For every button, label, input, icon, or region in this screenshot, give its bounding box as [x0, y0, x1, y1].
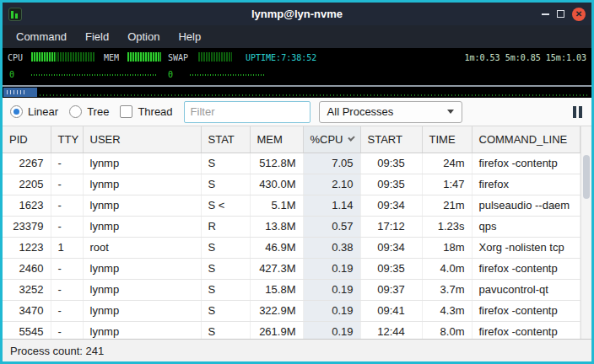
- time-cell: 8.0m: [422, 321, 472, 339]
- process-filter-select[interactable]: All Processes: [319, 101, 462, 123]
- menu-help[interactable]: Help: [169, 26, 210, 47]
- pid-cell: 2205: [3, 174, 51, 195]
- user-cell: lynmp: [83, 321, 201, 339]
- mem-cell: 261.9M: [250, 321, 303, 339]
- pid-cell: 2267: [3, 153, 51, 174]
- tty-cell: -: [51, 321, 83, 339]
- cpu-cell: 7.05: [303, 153, 360, 174]
- thread-checkbox-label: Thread: [138, 105, 172, 118]
- tty-cell: -: [51, 195, 83, 216]
- header-cpu-label: %CPU: [310, 133, 343, 146]
- table-row[interactable]: 2205-lynmpS430.0M2.1009:351:47firefox: [3, 174, 580, 195]
- mem-cell: 322.9M: [250, 300, 303, 321]
- menu-bar: Command Field Option Help: [3, 25, 591, 48]
- thread-checkbox[interactable]: [120, 105, 132, 118]
- tty-cell: -: [51, 300, 83, 321]
- pid-cell: 5545: [3, 321, 51, 339]
- cpu-cell: 0.19: [303, 300, 360, 321]
- menu-command[interactable]: Command: [7, 26, 76, 47]
- vertical-scrollbar[interactable]: [580, 126, 591, 339]
- start-cell: 09:35: [360, 174, 422, 195]
- load-average-text: 1m:0.53 5m:0.85 15m:1.03: [465, 53, 587, 62]
- cpu-cell: 1.14: [303, 195, 360, 216]
- header-time[interactable]: TIME: [422, 126, 472, 153]
- table-row[interactable]: 23379-lynmpR13.8M0.5717:121.23sqps: [3, 216, 580, 237]
- pid-cell: 3470: [3, 300, 51, 321]
- start-cell: 12:44: [360, 321, 422, 339]
- pause-icon: [579, 106, 582, 118]
- tree-radio[interactable]: [69, 105, 82, 118]
- mem-cell: 512.8M: [250, 153, 303, 174]
- app-icon: [8, 8, 22, 21]
- stat-cell: S: [201, 300, 250, 321]
- linear-radio-group[interactable]: Linear: [10, 105, 58, 118]
- pid-cell: 1623: [3, 195, 51, 216]
- tty-cell: -: [51, 216, 83, 237]
- user-cell: lynmp: [83, 258, 201, 279]
- close-icon[interactable]: ✕: [572, 8, 586, 21]
- start-cell: 09:34: [360, 237, 422, 258]
- menu-option[interactable]: Option: [118, 26, 169, 47]
- user-cell: root: [83, 237, 201, 258]
- table-row[interactable]: 5545-lynmpS261.9M0.1912:448.0mfirefox -c…: [3, 321, 580, 339]
- start-cell: 09:35: [360, 153, 422, 174]
- uptime-text: UPTIME:7:38:52: [246, 53, 316, 62]
- header-pid[interactable]: PID: [3, 126, 51, 153]
- tty-cell: -: [51, 153, 83, 174]
- linear-radio[interactable]: [10, 105, 23, 118]
- linear-radio-label: Linear: [28, 105, 58, 118]
- table-row[interactable]: 3252-lynmpS15.8M0.1909:373.7mpavucontrol…: [3, 279, 580, 300]
- header-start[interactable]: START: [360, 126, 422, 153]
- table-row[interactable]: 3470-lynmpS322.9M0.1909:414.3mfirefox -c…: [3, 300, 580, 321]
- menu-field[interactable]: Field: [76, 26, 118, 47]
- process-table-body: 2267-lynmpS512.8M7.0509:3524mfirefox -co…: [3, 153, 580, 339]
- process-filter-value: All Processes: [327, 105, 394, 118]
- swap-meter-bar: [198, 52, 232, 62]
- cpu-cell: 0.57: [303, 216, 360, 237]
- tree-radio-group[interactable]: Tree: [69, 105, 109, 118]
- user-cell: lynmp: [83, 153, 201, 174]
- stat-cell: R: [201, 216, 250, 237]
- mem-meter-label: MEM: [104, 53, 119, 62]
- cpu-meter-bar: [31, 52, 55, 62]
- scrollbar-thumb[interactable]: [583, 155, 590, 199]
- cpu-cell: 0.19: [303, 279, 360, 300]
- app-window: lynmp@lyn-nvme ✕ Command Field Option He…: [0, 0, 594, 364]
- cmd-cell: firefox -contentp: [472, 153, 580, 174]
- cpu-cell: 2.10: [303, 174, 360, 195]
- pause-icon: [573, 106, 576, 118]
- user-cell: lynmp: [83, 195, 201, 216]
- header-stat[interactable]: STAT: [201, 126, 250, 153]
- pid-cell: 3252: [3, 279, 51, 300]
- header-mem[interactable]: MEM: [250, 126, 303, 153]
- header-command-line[interactable]: COMMAND_LINE: [472, 126, 580, 153]
- cmd-cell: qps: [472, 216, 580, 237]
- header-cpu[interactable]: %CPU: [303, 126, 360, 153]
- system-meters: CPU MEM SWAP UPTIME:7:38:52 1m:0.53 5m:0…: [3, 48, 591, 85]
- cpu-meter-label: CPU: [8, 53, 23, 62]
- tty-cell: -: [51, 258, 83, 279]
- table-row[interactable]: 2267-lynmpS512.8M7.0509:3524mfirefox -co…: [3, 153, 580, 174]
- table-row[interactable]: 12231rootS46.9M0.3809:3418mXorg -noliste…: [3, 237, 580, 258]
- header-tty[interactable]: TTY: [51, 126, 83, 153]
- maximize-icon[interactable]: [557, 10, 564, 18]
- status-bar: Process count: 241: [3, 339, 591, 361]
- mem-cell: 427.3M: [250, 258, 303, 279]
- controls-bar: Linear Tree Thread All Processes: [3, 98, 591, 126]
- minimize-icon[interactable]: [542, 13, 549, 15]
- thread-checkbox-group[interactable]: Thread: [120, 105, 172, 118]
- table-row[interactable]: 2460-lynmpS427.3M0.1909:354.0mfirefox -c…: [3, 258, 580, 279]
- time-cell: 4.0m: [422, 258, 472, 279]
- time-cell: 24m: [422, 153, 472, 174]
- chevron-down-icon: [447, 110, 454, 114]
- time-cell: 21m: [422, 195, 472, 216]
- title-bar[interactable]: lynmp@lyn-nvme ✕: [3, 3, 591, 25]
- filter-input[interactable]: [184, 101, 310, 123]
- table-row[interactable]: 1623-lynmpS <5.1M1.1409:3421mpulseaudio …: [3, 195, 580, 216]
- header-user[interactable]: USER: [83, 126, 201, 153]
- user-cell: lynmp: [83, 279, 201, 300]
- mem-cell: 5.1M: [250, 195, 303, 216]
- process-table-area: PID TTY USER STAT MEM %CPU START TIME CO…: [3, 126, 591, 339]
- window-title: lynmp@lyn-nvme: [3, 8, 591, 20]
- pause-button[interactable]: [571, 103, 584, 121]
